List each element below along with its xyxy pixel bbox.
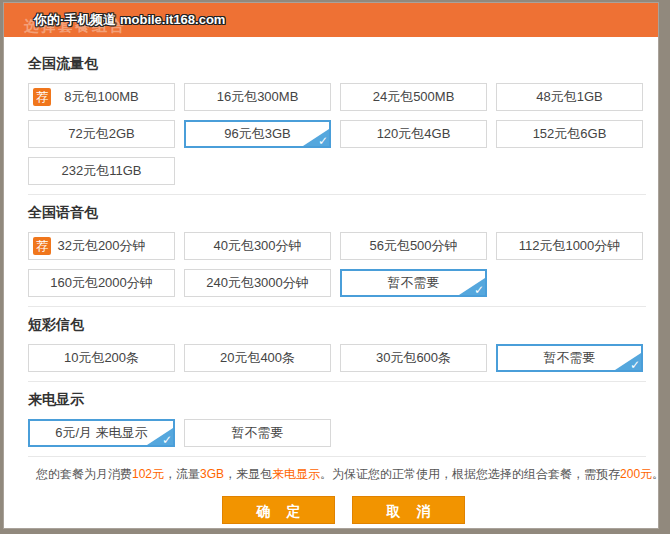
package-option[interactable]: 荐32元包200分钟 — [28, 232, 175, 260]
option-label: 72元包2GB — [68, 126, 134, 141]
option-label: 160元包2000分钟 — [50, 275, 153, 290]
option-row: 232元包11GB — [28, 157, 646, 185]
section-divider — [28, 381, 646, 382]
package-option[interactable]: 荐8元包100MB — [28, 83, 175, 111]
option-label: 8元包100MB — [64, 89, 138, 104]
option-label: 32元包200分钟 — [57, 238, 145, 253]
summary-plain: 。 — [652, 467, 659, 481]
option-label: 30元包600条 — [376, 350, 451, 365]
option-row: 160元包2000分钟240元包3000分钟暂不需要✓ — [28, 269, 646, 297]
summary-highlight: 3GB — [200, 467, 224, 481]
section-title: 短彩信包 — [28, 316, 646, 333]
package-option[interactable]: 6元/月 来电显示✓ — [28, 419, 175, 447]
package-option[interactable]: 72元包2GB — [28, 120, 175, 148]
option-label: 232元包11GB — [62, 163, 142, 178]
watermark-text: 你的·手机频道 mobile.it168.com — [34, 11, 225, 29]
summary-text: 您的套餐为月消费102元，流量3GB，来显包来电显示。为保证您的正常使用，根据您… — [36, 466, 646, 482]
check-icon: ✓ — [162, 434, 172, 446]
package-option[interactable]: 96元包3GB✓ — [184, 120, 331, 148]
section-title: 全国流量包 — [28, 55, 646, 72]
option-label: 152元包6GB — [533, 126, 607, 141]
package-sections: 全国流量包荐8元包100MB16元包300MB24元包500MB48元包1GB7… — [28, 55, 646, 447]
section-divider — [28, 194, 646, 195]
recommended-badge: 荐 — [33, 88, 51, 106]
package-option[interactable]: 30元包600条 — [340, 344, 487, 372]
summary-plain: 您的套餐为月消费 — [36, 467, 132, 481]
package-option[interactable]: 10元包200条 — [28, 344, 175, 372]
section-title: 全国语音包 — [28, 204, 646, 221]
section-title: 来电显示 — [28, 391, 646, 408]
package-option[interactable]: 24元包500MB — [340, 83, 487, 111]
option-label: 暂不需要 — [388, 275, 440, 290]
option-row: 10元包200条20元包400条30元包600条暂不需要✓ — [28, 344, 646, 372]
check-icon: ✓ — [474, 284, 484, 296]
check-icon: ✓ — [630, 359, 640, 371]
option-label: 48元包1GB — [536, 89, 602, 104]
summary-highlight: 102元 — [132, 467, 164, 481]
package-option[interactable]: 152元包6GB — [496, 120, 643, 148]
confirm-button[interactable]: 确 定 — [222, 496, 335, 524]
option-label: 96元包3GB — [224, 126, 290, 141]
dialog-content: 全国流量包荐8元包100MB16元包300MB24元包500MB48元包1GB7… — [4, 37, 658, 524]
package-option[interactable]: 暂不需要✓ — [340, 269, 487, 297]
package-option[interactable]: 16元包300MB — [184, 83, 331, 111]
package-option[interactable]: 112元包1000分钟 — [496, 232, 643, 260]
option-label: 56元包500分钟 — [369, 238, 457, 253]
package-option[interactable]: 40元包300分钟 — [184, 232, 331, 260]
package-option[interactable]: 240元包3000分钟 — [184, 269, 331, 297]
package-option[interactable]: 160元包2000分钟 — [28, 269, 175, 297]
option-label: 10元包200条 — [64, 350, 139, 365]
dialog-header: 选择套餐组合 你的·手机频道 mobile.it168.com — [4, 3, 658, 37]
option-label: 120元包4GB — [377, 126, 451, 141]
package-option[interactable]: 暂不需要✓ — [496, 344, 643, 372]
option-label: 暂不需要 — [544, 350, 596, 365]
action-buttons: 确 定 取 消 — [222, 496, 646, 524]
summary-plain: 。为保证您的正常使用，根据您选择的组合套餐，需预存 — [320, 467, 620, 481]
summary-plain: ，来显包 — [224, 467, 272, 481]
cancel-button[interactable]: 取 消 — [352, 496, 465, 524]
summary-highlight: 来电显示 — [272, 467, 320, 481]
option-label: 6元/月 来电显示 — [55, 425, 147, 440]
package-option[interactable]: 20元包400条 — [184, 344, 331, 372]
option-row: 72元包2GB96元包3GB✓120元包4GB152元包6GB — [28, 120, 646, 148]
package-option[interactable]: 56元包500分钟 — [340, 232, 487, 260]
summary-divider — [28, 456, 646, 457]
option-label: 240元包3000分钟 — [206, 275, 309, 290]
package-option[interactable]: 48元包1GB — [496, 83, 643, 111]
option-row: 6元/月 来电显示✓暂不需要 — [28, 419, 646, 447]
option-label: 24元包500MB — [373, 89, 455, 104]
package-option[interactable]: 120元包4GB — [340, 120, 487, 148]
option-label: 20元包400条 — [220, 350, 295, 365]
summary-plain: ，流量 — [164, 467, 200, 481]
package-dialog: 选择套餐组合 你的·手机频道 mobile.it168.com 全国流量包荐8元… — [3, 2, 659, 529]
summary-highlight: 200元 — [620, 467, 652, 481]
option-label: 112元包1000分钟 — [519, 238, 621, 253]
option-label: 40元包300分钟 — [213, 238, 301, 253]
section-divider — [28, 306, 646, 307]
option-row: 荐32元包200分钟40元包300分钟56元包500分钟112元包1000分钟 — [28, 232, 646, 260]
recommended-badge: 荐 — [33, 237, 51, 255]
option-label: 暂不需要 — [232, 425, 284, 440]
check-icon: ✓ — [318, 135, 328, 147]
option-row: 荐8元包100MB16元包300MB24元包500MB48元包1GB — [28, 83, 646, 111]
package-option[interactable]: 暂不需要 — [184, 419, 331, 447]
option-label: 16元包300MB — [217, 89, 299, 104]
package-option[interactable]: 232元包11GB — [28, 157, 175, 185]
